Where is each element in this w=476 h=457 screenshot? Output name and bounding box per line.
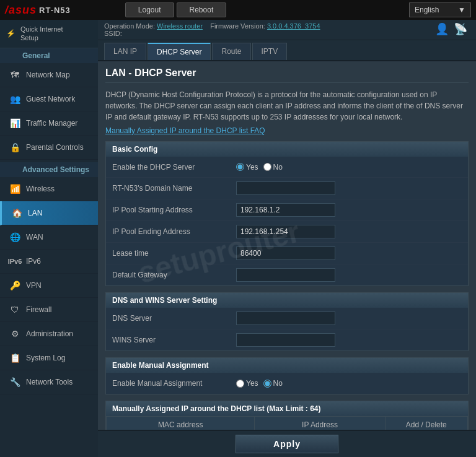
tab-dhcp-server-label: DHCP Server bbox=[157, 48, 201, 56]
dns-server-value bbox=[236, 311, 335, 325]
dns-wins-header: DNS and WINS Server Setting bbox=[106, 293, 468, 308]
sidebar-item-label: System Log bbox=[26, 354, 65, 362]
operation-bar: Operation Mode: Wireless router Firmware… bbox=[98, 20, 476, 40]
default-gateway-input[interactable] bbox=[236, 268, 335, 282]
default-gateway-row: Default Gateway bbox=[106, 264, 468, 285]
assign-table: MAC address IP Address Add / Delete ▼ bbox=[106, 416, 468, 430]
tab-lan-ip[interactable]: LAN IP bbox=[104, 43, 146, 60]
dns-server-row: DNS Server bbox=[106, 308, 468, 329]
tab-dhcp-server[interactable]: DHCP Server bbox=[148, 43, 211, 60]
sidebar-item-label: LAN bbox=[28, 209, 42, 217]
sidebar-item-label: Network Map bbox=[26, 71, 70, 79]
sidebar-item-label: VPN bbox=[26, 281, 42, 290]
ip-pool-end-row: IP Pool Ending Address bbox=[106, 221, 468, 243]
user-icon[interactable]: 👤 bbox=[435, 22, 449, 36]
ip-pool-start-label: IP Pool Starting Address bbox=[112, 206, 236, 214]
tab-route-label: Route bbox=[221, 47, 241, 56]
sidebar-item-network-tools[interactable]: 🔧 Network Tools bbox=[0, 370, 98, 394]
tab-route[interactable]: Route bbox=[212, 43, 250, 60]
enable-manual-yes[interactable]: Yes bbox=[236, 379, 258, 388]
enable-dhcp-label: Enable the DHCP Server bbox=[112, 163, 236, 172]
sidebar-item-label: Wireless bbox=[26, 185, 55, 193]
ip-pool-start-input[interactable] bbox=[236, 203, 335, 217]
topbar: /asus RT-N53 Logout Reboot English ▼ bbox=[0, 0, 476, 20]
network-map-icon: 🗺 bbox=[9, 69, 21, 81]
operation-mode-label: Operation Mode: bbox=[104, 22, 155, 30]
sidebar-item-wan[interactable]: 🌐 WAN bbox=[0, 225, 98, 250]
asus-logo: /asus bbox=[5, 4, 37, 17]
basic-config-header: Basic Config bbox=[106, 142, 468, 157]
firmware-label: Firmware Version: bbox=[210, 22, 265, 30]
wan-icon: 🌐 bbox=[9, 231, 21, 243]
sidebar-item-quick-setup[interactable]: ⚡ Quick InternetSetup bbox=[0, 20, 98, 48]
content-area: Operation Mode: Wireless router Firmware… bbox=[98, 20, 476, 457]
enable-manual-no[interactable]: No bbox=[263, 379, 283, 388]
dns-server-label: DNS Server bbox=[112, 314, 236, 323]
chevron-down-icon: ▼ bbox=[458, 6, 465, 14]
logout-button[interactable]: Logout bbox=[125, 2, 174, 17]
wins-server-input[interactable] bbox=[236, 333, 335, 347]
reboot-button[interactable]: Reboot bbox=[177, 2, 227, 17]
sidebar-item-parental-controls[interactable]: 🔒 Parental Controls bbox=[0, 136, 98, 160]
tab-iptv[interactable]: IPTV bbox=[252, 43, 288, 60]
sidebar-item-traffic-manager[interactable]: 📊 Traffic Manager bbox=[0, 111, 98, 136]
sidebar-item-label: Guest Network bbox=[26, 95, 75, 103]
topbar-buttons: Logout Reboot bbox=[125, 2, 226, 17]
manual-assignment-header: Enable Manual Assignment bbox=[106, 358, 468, 373]
sidebar-item-lan[interactable]: 🏠 LAN bbox=[0, 201, 98, 225]
sidebar-item-ipv6[interactable]: IPv6 IPv6 bbox=[0, 250, 98, 274]
wifi-icon[interactable]: 📡 bbox=[454, 22, 467, 36]
language-selector[interactable]: English ▼ bbox=[409, 2, 471, 17]
enable-dhcp-value: Yes No bbox=[236, 163, 283, 172]
operation-mode-value[interactable]: Wireless router bbox=[157, 22, 203, 30]
domain-name-input[interactable] bbox=[236, 181, 335, 195]
ip-pool-end-label: IP Pool Ending Address bbox=[112, 227, 236, 236]
language-label: English bbox=[415, 6, 439, 14]
administration-icon: ⚙ bbox=[9, 328, 21, 340]
wins-server-label: WINS Server bbox=[112, 336, 236, 344]
enable-manual-no-radio[interactable] bbox=[263, 380, 271, 388]
firmware-value[interactable]: 3.0.0.4.376_3754 bbox=[267, 22, 320, 30]
enable-dhcp-yes-radio[interactable] bbox=[236, 163, 244, 171]
sidebar-item-label: Network Tools bbox=[26, 378, 73, 386]
sidebar-item-label: Administration bbox=[26, 329, 73, 338]
quick-setup-label: Quick InternetSetup bbox=[20, 25, 63, 43]
enable-manual-yes-radio[interactable] bbox=[236, 380, 244, 388]
dns-wins-section: DNS and WINS Server Setting DNS Server W… bbox=[105, 292, 469, 351]
sidebar-item-firewall[interactable]: 🛡 Firewall bbox=[0, 298, 98, 322]
page-description: DHCP (Dynamic Host Configuration Protoco… bbox=[105, 89, 469, 123]
sidebar-item-network-map[interactable]: 🗺 Network Map bbox=[0, 63, 98, 87]
advanced-section-label: Advanced Settings bbox=[0, 162, 98, 177]
dns-server-input[interactable] bbox=[236, 311, 335, 325]
ipv6-icon: IPv6 bbox=[9, 255, 21, 268]
sidebar-item-label: Firewall bbox=[26, 305, 51, 314]
logo: /asus RT-N53 bbox=[5, 4, 71, 17]
ip-pool-end-input[interactable] bbox=[236, 225, 335, 238]
ssid-label: SSID: bbox=[104, 30, 122, 37]
domain-name-row: RT-N53's Domain Name bbox=[106, 178, 468, 199]
enable-dhcp-row: Enable the DHCP Server Yes No bbox=[106, 157, 468, 178]
traffic-manager-icon: 📊 bbox=[9, 117, 21, 129]
general-section-label: General bbox=[0, 48, 98, 63]
sidebar-item-wireless[interactable]: 📶 Wireless bbox=[0, 177, 98, 201]
ip-pool-start-row: IP Pool Starting Address bbox=[106, 199, 468, 221]
enable-manual-value: Yes No bbox=[236, 379, 283, 388]
ip-pool-start-value bbox=[236, 203, 335, 217]
faq-link[interactable]: Manually Assigned IP around the DHCP lis… bbox=[105, 126, 265, 135]
page-title: LAN - DHCP Server bbox=[105, 67, 469, 83]
sidebar-item-label: IPv6 bbox=[26, 257, 41, 266]
sidebar-item-vpn[interactable]: 🔑 VPN bbox=[0, 274, 98, 298]
enable-dhcp-no[interactable]: No bbox=[263, 163, 283, 172]
basic-config-section: Basic Config Enable the DHCP Server Yes … bbox=[105, 141, 469, 286]
manual-assignment-section: Enable Manual Assignment Enable Manual A… bbox=[105, 357, 469, 394]
sidebar-item-system-log[interactable]: 📋 System Log bbox=[0, 346, 98, 370]
col-add-delete: Add / Delete bbox=[385, 417, 467, 430]
enable-dhcp-yes[interactable]: Yes bbox=[236, 163, 258, 172]
sidebar-item-administration[interactable]: ⚙ Administration bbox=[0, 322, 98, 346]
manual-table-header: Manually Assigned IP around the DHCP lis… bbox=[106, 401, 468, 416]
apply-button[interactable]: Apply bbox=[236, 435, 338, 453]
sidebar-item-guest-network[interactable]: 👥 Guest Network bbox=[0, 87, 98, 111]
wins-server-value bbox=[236, 333, 335, 347]
enable-dhcp-no-radio[interactable] bbox=[263, 163, 271, 171]
lease-time-input[interactable] bbox=[236, 246, 335, 260]
